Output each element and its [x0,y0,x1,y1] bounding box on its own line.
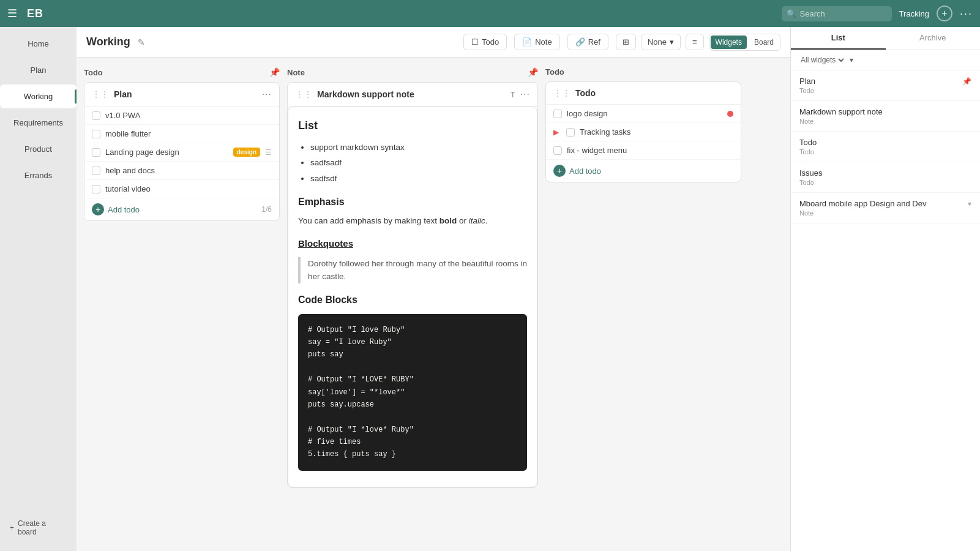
todo-checkbox[interactable] [566,128,575,137]
sidebar-bottom: + Create a board [0,509,77,546]
todo-widget-todo2: ⋮⋮ Todo logo design ▶ Tracking tasks [545,81,741,182]
chevron-down-icon: ▾ [968,200,971,208]
table-row: help and docs [84,162,279,180]
sort-button[interactable]: ≡ [686,34,704,50]
ref-button[interactable]: 🔗 Ref [567,34,608,50]
list-item[interactable]: Plan 📌 Todo [791,70,980,101]
widget-list: Plan 📌 Todo Markdown support note Note T… [791,70,980,551]
tab-list[interactable]: List [791,27,886,50]
sidebar-item-requirements[interactable]: Requirements [0,111,77,135]
todo-checkbox[interactable] [553,146,562,155]
menu-icon[interactable]: ☰ [7,7,17,20]
add-todo-row-2[interactable]: + Add todo [546,160,741,182]
list-item: support markdown syntax [310,141,527,154]
table-row: fix - widget menu [546,141,741,160]
pin-icon[interactable]: 📌 [269,67,280,77]
sidebar: Home Plan Working Requirements Product E… [0,27,77,551]
tracking-link[interactable]: Tracking [899,9,929,18]
app-logo: EB [27,7,43,20]
right-panel-tabs: List Archive [791,27,980,50]
add-todo-icon[interactable]: + [92,203,104,216]
note-icon: 📄 [522,37,532,47]
table-row: tutorial video [84,180,279,198]
pin-icon[interactable]: 📌 [528,67,538,77]
widget-more-icon[interactable]: ··· [262,89,272,100]
list-item[interactable]: Issues Todo [791,162,980,193]
page-header: Working ✎ ☐ Todo 📄 Note 🔗 Ref ⊞ None ▾ [77,27,790,58]
todo-widget-plan: ⋮⋮ Plan ··· v1.0 PWA mobile flutter [84,82,280,221]
add-button[interactable]: + [937,6,952,21]
todo-icon: ☐ [471,37,479,47]
header-right: ⊞ None ▾ ≡ Widgets Board [616,34,780,51]
tab-archive[interactable]: Archive [886,27,981,50]
sidebar-item-product[interactable]: Product [0,137,77,161]
todo-column-2: Todo ⋮⋮ Todo logo design ▶ T [545,65,741,544]
todo-checkbox[interactable] [92,167,100,175]
list-item[interactable]: Mboard mobile app Design and Dev ▾ Note [791,193,980,223]
kanban-area: Todo 📌 ⋮⋮ Plan ··· v1.0 PWA mo [77,58,790,551]
filter-row: All widgets ▾ [791,50,980,70]
search-input[interactable] [782,6,892,21]
emphasis-text: You can add emphasis by making text bold… [298,214,527,228]
widget-header-plan: ⋮⋮ Plan ··· [84,83,279,107]
col-header-todo2: Todo [545,65,741,81]
filter-button[interactable]: None ▾ [641,34,681,50]
view-icon-button[interactable]: ⊞ [616,34,636,50]
filter-chevron-icon: ▾ [850,56,853,64]
flag-icon: ▶ [553,128,559,137]
edit-icon[interactable]: ✎ [138,37,145,47]
list-item[interactable]: Todo Todo [791,132,980,162]
table-row: Landing page design design ☰ [84,143,279,162]
widget-header-note: ⋮⋮ Markdown support note T ··· [288,83,537,107]
sidebar-item-plan[interactable]: Plan [0,58,77,82]
todo-checkbox[interactable] [553,110,562,118]
drag-handle-icon[interactable]: ⋮⋮ [295,89,312,99]
table-row: logo design [546,105,741,123]
more-icon[interactable]: ··· [960,7,973,20]
table-row: ▶ Tracking tasks [546,123,741,141]
drag-handle-icon[interactable]: ⋮⋮ [92,89,109,99]
widget-header-todo2: ⋮⋮ Todo [546,82,741,105]
pinned-icon: 📌 [962,77,971,86]
col-header-todo1: Todo 📌 [84,65,280,82]
widgets-view-button[interactable]: Widgets [711,36,747,49]
add-todo-icon[interactable]: + [553,165,566,177]
drag-handle-icon[interactable]: ⋮⋮ [553,88,570,98]
col-header-note: Note 📌 [287,65,538,82]
list-item: sadfsadf [310,156,527,170]
note-heading-list: List [298,117,527,135]
todo-checkbox[interactable] [92,185,100,193]
board-view-button[interactable]: Board [749,36,779,49]
create-board-button[interactable]: + Create a board [5,514,72,541]
list-item: sadfsdf [310,172,527,186]
content-area: Working ✎ ☐ Todo 📄 Note 🔗 Ref ⊞ None ▾ [77,27,790,551]
todo-checkbox[interactable] [92,130,100,138]
note-widget: ⋮⋮ Markdown support note T ··· List supp… [287,82,538,488]
add-todo-row[interactable]: + Add todo 1/6 [84,198,279,220]
note-heading-emphasis: Emphasis [298,194,527,210]
todo-checkbox[interactable] [92,148,100,157]
chevron-down-icon: ▾ [670,37,674,47]
design-tag: design [233,148,260,157]
ref-icon: 🔗 [575,37,585,47]
search-wrapper: 🔍 [782,6,892,21]
main-layout: Home Plan Working Requirements Product E… [0,27,980,551]
list-icon: ☰ [265,148,272,157]
table-row: mobile flutter [84,125,279,143]
sidebar-item-errands[interactable]: Errands [0,163,77,187]
note-heading-blockquotes: Blockquotes [298,236,527,251]
widget-filter-select[interactable]: All widgets [798,55,846,65]
sidebar-item-home[interactable]: Home [0,32,77,56]
widget-more-icon[interactable]: ··· [520,89,530,100]
todo-column-1: Todo 📌 ⋮⋮ Plan ··· v1.0 PWA mo [84,65,280,544]
note-column: Note 📌 ⋮⋮ Markdown support note T ··· Li… [287,65,538,544]
todo-checkbox[interactable] [92,111,100,120]
text-size-icon[interactable]: T [511,90,515,99]
sidebar-item-working[interactable]: Working [0,84,77,108]
note-heading-code: Code Blocks [298,292,527,308]
todo-button[interactable]: ☐ Todo [463,34,507,50]
note-button[interactable]: 📄 Note [514,34,559,50]
list-item[interactable]: Markdown support note Note [791,101,980,132]
status-dot [727,111,733,117]
code-block: # Output "I love Ruby" say = "I love Rub… [298,314,527,471]
